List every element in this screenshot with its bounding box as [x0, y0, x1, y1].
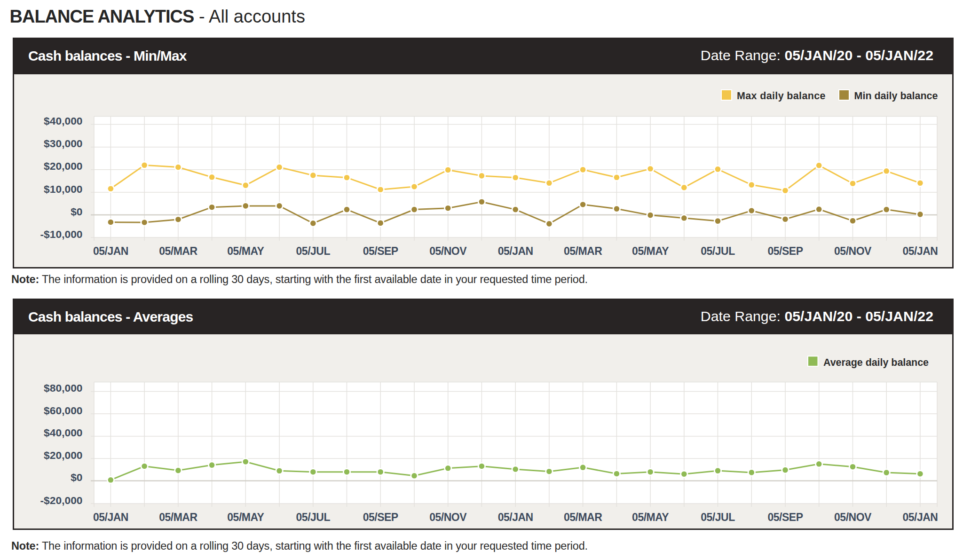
- svg-text:05/JAN: 05/JAN: [93, 511, 128, 523]
- svg-text:BALANCE ANALYTICS - All accoun: BALANCE ANALYTICS - All accounts: [10, 7, 305, 26]
- svg-text:-$10,000: -$10,000: [40, 228, 83, 240]
- svg-text:Date Range: 05/JAN/20 - 05/JAN: Date Range: 05/JAN/20 - 05/JAN/22: [701, 308, 933, 324]
- svg-text:05/MAR: 05/MAR: [564, 511, 602, 523]
- svg-text:05/MAR: 05/MAR: [159, 245, 197, 257]
- svg-text:05/JUL: 05/JUL: [701, 511, 735, 523]
- svg-text:05/MAY: 05/MAY: [632, 511, 669, 523]
- svg-text:05/MAY: 05/MAY: [227, 511, 264, 523]
- svg-text:05/JAN: 05/JAN: [902, 245, 938, 257]
- svg-text:Average daily balance: Average daily balance: [823, 357, 929, 368]
- svg-text:05/MAR: 05/MAR: [159, 511, 197, 523]
- svg-text:05/SEP: 05/SEP: [768, 245, 803, 257]
- svg-text:$40,000: $40,000: [44, 115, 82, 127]
- svg-text:Note: The information is provi: Note: The information is provided on a r…: [11, 273, 588, 285]
- svg-text:Note: The information is provi: Note: The information is provided on a r…: [11, 540, 588, 552]
- svg-text:05/NOV: 05/NOV: [834, 245, 872, 257]
- svg-text:05/SEP: 05/SEP: [768, 511, 803, 523]
- svg-text:Cash balances - Min/Max: Cash balances - Min/Max: [28, 48, 187, 63]
- svg-text:05/JUL: 05/JUL: [701, 245, 735, 257]
- svg-text:$20,000: $20,000: [44, 449, 82, 461]
- svg-text:05/MAY: 05/MAY: [632, 245, 669, 257]
- svg-text:$80,000: $80,000: [44, 382, 82, 394]
- svg-text:$40,000: $40,000: [44, 426, 82, 439]
- svg-text:05/JUL: 05/JUL: [296, 245, 331, 257]
- svg-text:-$20,000: -$20,000: [40, 494, 83, 506]
- svg-text:Max daily balance: Max daily balance: [737, 90, 826, 102]
- svg-text:Min daily balance: Min daily balance: [854, 90, 938, 102]
- svg-text:05/JAN: 05/JAN: [93, 245, 128, 257]
- svg-text:$20,000: $20,000: [44, 160, 82, 172]
- svg-text:$30,000: $30,000: [44, 137, 82, 150]
- svg-text:$0: $0: [71, 471, 82, 483]
- svg-text:Date Range: 05/JAN/20 - 05/JAN: Date Range: 05/JAN/20 - 05/JAN/22: [701, 47, 933, 63]
- svg-text:05/JAN: 05/JAN: [498, 511, 533, 523]
- svg-text:05/SEP: 05/SEP: [363, 511, 398, 523]
- svg-text:05/MAY: 05/MAY: [227, 245, 264, 257]
- svg-text:05/JAN: 05/JAN: [902, 511, 938, 523]
- svg-text:$0: $0: [71, 205, 82, 218]
- svg-text:05/MAR: 05/MAR: [564, 245, 602, 257]
- svg-text:Cash balances - Averages: Cash balances - Averages: [28, 309, 193, 324]
- svg-text:05/NOV: 05/NOV: [429, 245, 467, 257]
- svg-text:05/JAN: 05/JAN: [498, 245, 533, 257]
- svg-text:05/NOV: 05/NOV: [429, 511, 467, 523]
- svg-text:05/JUL: 05/JUL: [296, 511, 331, 523]
- svg-text:05/NOV: 05/NOV: [834, 511, 872, 523]
- svg-text:05/SEP: 05/SEP: [363, 245, 398, 257]
- svg-text:$60,000: $60,000: [44, 404, 82, 417]
- svg-text:$10,000: $10,000: [44, 183, 82, 195]
